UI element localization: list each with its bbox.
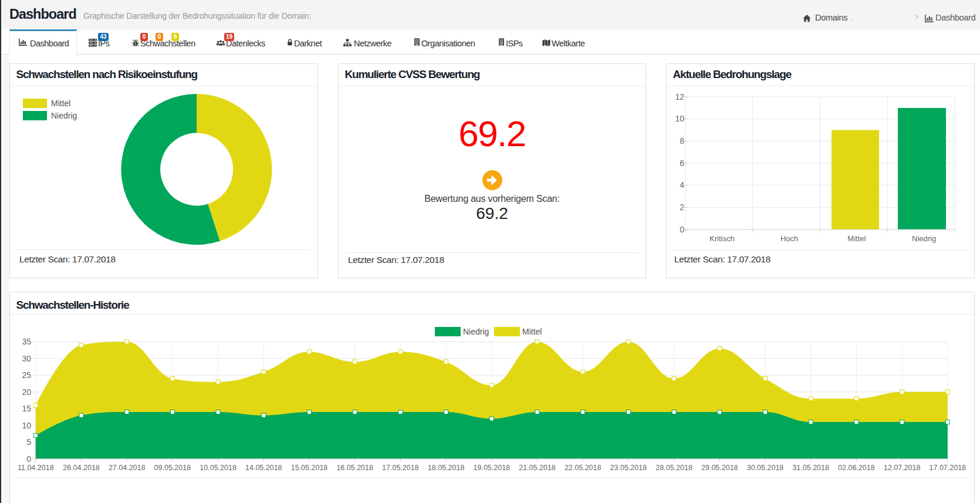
svg-text:15: 15 — [22, 404, 31, 413]
svg-text:Hoch: Hoch — [780, 234, 798, 243]
svg-text:26.04.2018: 26.04.2018 — [63, 464, 100, 472]
svg-text:30: 30 — [22, 354, 31, 363]
svg-text:Mittel: Mittel — [522, 327, 542, 336]
svg-text:02.06.2018: 02.06.2018 — [838, 464, 875, 472]
svg-text:17.05.2018: 17.05.2018 — [382, 464, 419, 472]
svg-text:0: 0 — [26, 454, 31, 464]
svg-text:21.05.2018: 21.05.2018 — [519, 464, 556, 472]
svg-text:30.05.2018: 30.05.2018 — [747, 464, 784, 472]
svg-text:15.05.2018: 15.05.2018 — [291, 464, 328, 472]
svg-text:2: 2 — [680, 202, 684, 212]
svg-text:Niedrig: Niedrig — [463, 327, 489, 336]
svg-text:28.05.2018: 28.05.2018 — [655, 464, 692, 472]
svg-text:27.04.2018: 27.04.2018 — [109, 464, 146, 472]
svg-text:20: 20 — [22, 387, 31, 397]
svg-text:10: 10 — [675, 114, 684, 123]
svg-text:12.07.2018: 12.07.2018 — [884, 464, 921, 472]
svg-text:8: 8 — [680, 136, 684, 146]
svg-text:Mittel: Mittel — [51, 99, 70, 108]
svg-text:4: 4 — [680, 180, 684, 190]
svg-text:12: 12 — [675, 92, 684, 102]
svg-text:Niedrig: Niedrig — [51, 111, 77, 120]
svg-text:5: 5 — [26, 437, 31, 447]
svg-text:22.05.2018: 22.05.2018 — [565, 464, 601, 472]
svg-text:23.05.2018: 23.05.2018 — [610, 464, 647, 472]
svg-text:19.05.2018: 19.05.2018 — [474, 464, 511, 472]
svg-text:Niedrig: Niedrig — [912, 234, 936, 243]
svg-text:14.05.2018: 14.05.2018 — [245, 464, 282, 472]
svg-text:09.05.2018: 09.05.2018 — [154, 464, 191, 472]
svg-text:Kritisch: Kritisch — [709, 234, 735, 243]
svg-text:25: 25 — [22, 370, 31, 380]
svg-text:16.05.2018: 16.05.2018 — [336, 464, 373, 472]
svg-text:35: 35 — [22, 337, 31, 346]
svg-text:11.04.2018: 11.04.2018 — [18, 464, 54, 472]
svg-text:0: 0 — [680, 225, 684, 234]
svg-text:6: 6 — [680, 158, 684, 168]
svg-text:17.07.2018: 17.07.2018 — [930, 464, 967, 472]
svg-text:18.05.2018: 18.05.2018 — [428, 464, 465, 472]
svg-text:10: 10 — [22, 421, 31, 430]
svg-text:Mittel: Mittel — [847, 234, 866, 243]
svg-text:10.05.2018: 10.05.2018 — [200, 464, 236, 472]
svg-text:31.05.2018: 31.05.2018 — [792, 464, 829, 472]
svg-text:29.05.2018: 29.05.2018 — [701, 464, 738, 472]
